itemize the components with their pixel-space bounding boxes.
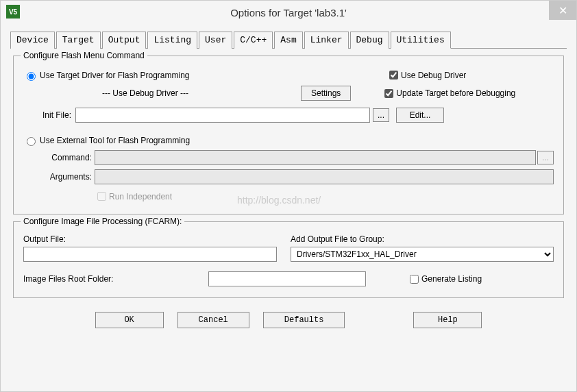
arguments-label: Arguments: bbox=[23, 172, 92, 182]
root-folder-label: Image Files Root Folder: bbox=[23, 274, 208, 284]
add-output-label: Add Output File to Group: bbox=[291, 234, 554, 244]
output-file-input[interactable] bbox=[23, 247, 277, 262]
defaults-button[interactable]: Defaults bbox=[263, 312, 345, 328]
use-external-tool-radio[interactable] bbox=[27, 137, 36, 146]
use-external-tool-label: Use External Tool for Flash Programming bbox=[40, 136, 190, 145]
settings-button[interactable]: Settings bbox=[301, 86, 351, 101]
tab-strip: Device Target Output Listing User C/C++ … bbox=[10, 31, 567, 49]
cancel-button[interactable]: Cancel bbox=[177, 312, 249, 328]
use-debug-driver-label: Use Debug Driver bbox=[401, 71, 466, 80]
tab-cpp[interactable]: C/C++ bbox=[234, 32, 273, 49]
help-button[interactable]: Help bbox=[413, 312, 482, 328]
tab-utilities[interactable]: Utilities bbox=[391, 32, 451, 49]
edit-button[interactable]: Edit... bbox=[396, 108, 444, 123]
init-file-input[interactable] bbox=[75, 108, 370, 123]
tab-listing[interactable]: Listing bbox=[147, 32, 197, 49]
ok-button[interactable]: OK bbox=[95, 312, 164, 328]
init-file-browse-button[interactable]: ... bbox=[373, 108, 389, 122]
dialog-buttons: OK Cancel Defaults Help bbox=[10, 305, 567, 335]
use-target-driver-label: Use Target Driver for Flash Programming bbox=[40, 71, 190, 80]
driver-name-label: --- Use Debug Driver --- bbox=[102, 88, 212, 98]
flash-menu-group: Configure Flash Menu Command Use Target … bbox=[13, 56, 564, 215]
tab-debug[interactable]: Debug bbox=[350, 32, 389, 49]
arguments-input bbox=[95, 169, 554, 184]
output-file-label: Output File: bbox=[23, 234, 291, 244]
tab-user[interactable]: User bbox=[199, 32, 232, 49]
generate-listing-label: Generate Listing bbox=[421, 274, 482, 284]
command-browse-button: ... bbox=[537, 151, 554, 164]
command-label: Command: bbox=[23, 153, 92, 162]
init-file-label: Init File: bbox=[23, 110, 71, 120]
use-target-driver-radio[interactable] bbox=[27, 72, 36, 81]
app-icon: V5 bbox=[6, 5, 20, 19]
close-button[interactable]: ✕ bbox=[549, 1, 576, 20]
update-target-label: Update Target before Debugging bbox=[396, 88, 515, 98]
generate-listing-checkbox[interactable] bbox=[410, 275, 419, 284]
use-debug-driver-checkbox[interactable] bbox=[389, 71, 398, 79]
run-independent-label: Run Independent bbox=[109, 192, 172, 201]
command-input bbox=[95, 150, 536, 165]
update-target-checkbox[interactable] bbox=[384, 89, 393, 98]
tab-device[interactable]: Device bbox=[10, 32, 55, 49]
tab-linker[interactable]: Linker bbox=[304, 32, 349, 49]
fcarm-group: Configure Image File Processing (FCARM):… bbox=[13, 221, 564, 298]
root-folder-input[interactable] bbox=[208, 271, 366, 286]
tab-target[interactable]: Target bbox=[56, 32, 101, 49]
titlebar: V5 Options for Target 'lab3.1' ✕ bbox=[1, 1, 576, 24]
run-independent-checkbox bbox=[97, 192, 106, 201]
tab-asm[interactable]: Asm bbox=[274, 32, 302, 49]
fcarm-title: Configure Image File Processing (FCARM): bbox=[21, 217, 184, 226]
flash-menu-title: Configure Flash Menu Command bbox=[21, 51, 147, 60]
window-title: Options for Target 'lab3.1' bbox=[230, 7, 347, 19]
group-select[interactable]: Drivers/STM32F1xx_HAL_Driver bbox=[291, 247, 554, 262]
tab-output[interactable]: Output bbox=[102, 32, 147, 49]
